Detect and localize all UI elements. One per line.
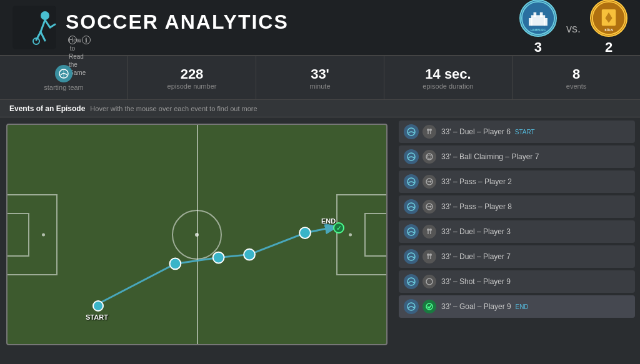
svg-point-44: [427, 229, 429, 231]
event-item[interactable]: 33' – Shot – Player 9: [399, 270, 635, 293]
event-description: 33' – Pass – Player 8: [441, 202, 630, 211]
svg-text:HAMBURG: HAMBURG: [531, 29, 546, 32]
end-label: END: [321, 217, 336, 225]
svg-rect-13: [534, 12, 537, 17]
svg-text:KÖLN: KÖLN: [604, 28, 613, 32]
events-title: Events of an Episode: [9, 104, 85, 113]
event-type-icon: [422, 125, 436, 139]
minute-label: minute: [309, 82, 330, 90]
svg-rect-12: [544, 18, 548, 26]
svg-rect-14: [540, 12, 543, 17]
event-item[interactable]: 33' – Pass – Player 2: [399, 170, 635, 193]
start-player-marker: [92, 300, 104, 312]
svg-point-49: [427, 253, 429, 256]
event-type-icon: [422, 175, 436, 189]
episode-duration-value: 14 sec.: [425, 66, 471, 82]
svg-point-30: [429, 129, 432, 131]
events-value: 8: [572, 66, 580, 82]
play-path-svg: [8, 125, 386, 344]
event-team-icon: [404, 174, 419, 189]
team-home-badge: HAMBURG 3: [519, 0, 557, 56]
episode-duration-label: episode duration: [422, 82, 473, 90]
events-section-header: Events of an Episode Hover with the mous…: [0, 100, 640, 117]
event-description: 33' – Duel – Player 6 START: [441, 127, 630, 136]
pitch-container: START END: [0, 117, 394, 364]
app-subtitle: How to Read the Game ℹ: [66, 35, 519, 45]
stat-episode-duration: 14 sec. episode duration: [384, 56, 512, 99]
svg-point-25: [213, 252, 224, 263]
app-title: SOCCER ANALYTICS: [66, 11, 519, 34]
home-score: 3: [534, 39, 542, 56]
svg-rect-11: [529, 18, 532, 26]
stat-minute: 33' minute: [256, 56, 384, 99]
event-type-icon: [422, 250, 436, 263]
event-type-icon: [422, 275, 436, 288]
event-type-icon: [422, 200, 436, 214]
svg-point-56: [426, 303, 432, 310]
event-item[interactable]: 33' – Pass – Player 8: [399, 195, 635, 218]
events-list[interactable]: 33' – Duel – Player 6 START33' – Ball Cl…: [394, 117, 640, 364]
event-description: 33' – Duel – Player 7: [441, 252, 630, 261]
starting-team-icon: [55, 65, 72, 82]
away-score: 2: [605, 39, 612, 56]
stat-events: 8 events: [512, 56, 640, 99]
away-badge-circle: KÖLN: [590, 0, 628, 37]
event-item[interactable]: 33' – Goal – Player 9 END: [399, 295, 635, 318]
event-team-icon: [404, 249, 419, 264]
event-type-icon: [422, 150, 436, 164]
event-team-icon: [404, 199, 419, 214]
main-content: START END 33' – Duel – Player 6 START33'…: [0, 117, 640, 364]
svg-point-50: [429, 253, 432, 256]
info-icon[interactable]: ℹ: [82, 36, 91, 44]
event-team-icon: [404, 149, 419, 164]
episode-number-value: 228: [181, 66, 204, 82]
event-item[interactable]: 33' – Duel – Player 7: [399, 245, 635, 268]
event-description: 33' – Pass – Player 2: [441, 177, 630, 186]
event-description: 33' – Goal – Player 9 END: [441, 302, 630, 311]
stat-episode-number: 228 episode number: [128, 56, 256, 99]
event-team-icon: [404, 224, 419, 239]
svg-point-24: [169, 258, 181, 270]
start-label: START: [86, 313, 108, 321]
stats-bar: starting team 228 episode number 33' min…: [0, 56, 640, 100]
svg-point-26: [244, 249, 255, 260]
events-hint: Hover with the mouse over each event to …: [90, 105, 257, 112]
svg-point-54: [426, 278, 432, 285]
event-team-icon: [404, 124, 419, 139]
team-away-badge: KÖLN 2: [590, 0, 628, 56]
home-badge-circle: HAMBURG: [519, 0, 557, 37]
match-info: HAMBURG 3 vs. KÖLN 2: [519, 0, 628, 56]
svg-point-27: [299, 227, 311, 239]
episode-number-label: episode number: [168, 82, 217, 90]
app-logo: [12, 6, 56, 49]
minute-value: 33': [311, 66, 329, 82]
svg-marker-42: [430, 205, 432, 208]
event-tag: START: [513, 129, 535, 135]
svg-point-1: [41, 11, 49, 20]
svg-point-45: [429, 229, 432, 231]
event-item[interactable]: 33' – Ball Claiming – Player 7: [399, 145, 635, 168]
stat-starting-team[interactable]: starting team: [0, 56, 128, 99]
event-type-icon: [422, 300, 436, 313]
starting-team-label: starting team: [44, 84, 84, 91]
event-description: 33' – Shot – Player 9: [441, 277, 630, 286]
svg-point-29: [427, 129, 429, 131]
svg-rect-10: [531, 15, 545, 26]
events-label: events: [566, 82, 586, 90]
event-item[interactable]: 33' – Duel – Player 6 START: [399, 121, 635, 143]
event-team-icon: [404, 274, 419, 289]
event-team-icon: [404, 299, 419, 314]
svg-marker-38: [430, 180, 432, 183]
event-item[interactable]: 33' – Duel – Player 3: [399, 220, 635, 243]
event-type-icon: [422, 225, 436, 239]
goal-right: [386, 220, 388, 248]
header: SOCCER ANALYTICS How to Read the Game ℹ …: [0, 0, 640, 56]
event-tag: END: [514, 303, 529, 310]
vs-label: vs.: [566, 19, 581, 36]
title-block: SOCCER ANALYTICS How to Read the Game ℹ: [66, 11, 519, 45]
event-description: 33' – Ball Claiming – Player 7: [441, 152, 630, 161]
soccer-pitch: START END: [6, 124, 388, 345]
event-description: 33' – Duel – Player 3: [441, 227, 630, 236]
